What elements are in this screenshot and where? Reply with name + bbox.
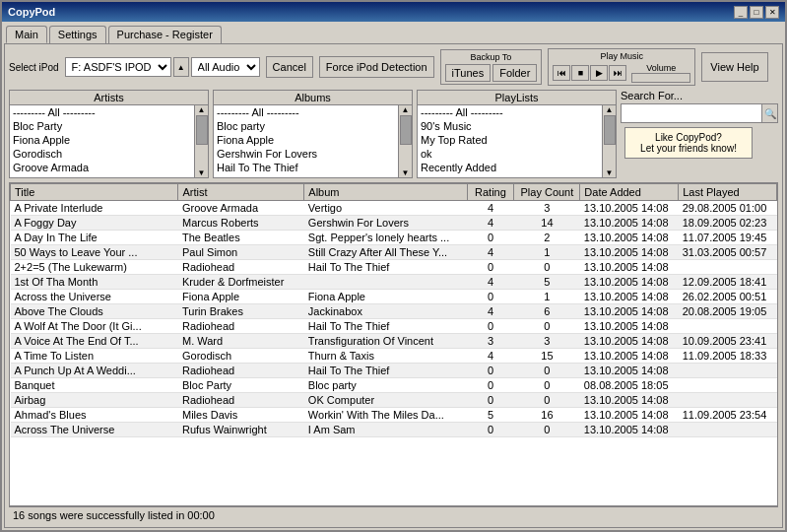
view-help-button[interactable]: View Help [701,52,767,82]
table-row[interactable]: A Time To ListenGorodischThurn & Taxis41… [11,349,777,364]
tab-purchase[interactable]: Purchase - Register [108,26,222,43]
cell-dateadded: 13.10.2005 14:08 [580,423,679,437]
ipod-up-button[interactable]: ▲ [173,57,189,77]
search-input[interactable] [622,106,761,120]
table-row[interactable]: Above The CloudsTurin BrakesJackinabox46… [11,304,777,319]
table-row[interactable]: Across the UniverseFiona AppleFiona Appl… [11,290,777,304]
cell-title: Airbag [11,393,178,408]
list-item[interactable]: I Am Sam [214,174,398,177]
table-row[interactable]: A Private InterludeGroove ArmadaVertigo4… [11,201,777,216]
cell-playcount: 3 [514,201,580,216]
col-header-playcount[interactable]: Play Count [514,184,580,201]
tab-settings[interactable]: Settings [49,26,106,43]
playlists-scrollbar[interactable]: ▲ ▼ [602,105,616,177]
artists-scroll-up[interactable]: ▲ [198,105,206,114]
cell-playcount: 15 [514,349,580,364]
albums-scroll-down[interactable]: ▼ [402,168,410,177]
close-button[interactable]: ✕ [765,6,779,19]
cell-dateadded: 13.10.2005 14:08 [580,290,679,304]
tab-main[interactable]: Main [6,26,47,43]
albums-scroll-thumb[interactable] [400,115,412,145]
prev-button[interactable]: ⏮ [553,65,570,81]
table-row[interactable]: Across The UniverseRufus WainwrightI Am … [11,423,777,437]
cell-artist: The Beatles [178,231,304,245]
volume-slider[interactable] [631,73,690,83]
cell-lastplayed [679,364,777,378]
albums-scrollbar[interactable]: ▲ ▼ [398,105,412,177]
list-item[interactable]: ok [418,147,602,161]
list-item[interactable]: Fiona Apple [10,133,194,147]
playlists-list[interactable]: --------- All ---------90's MusicMy Top … [418,105,602,177]
list-item[interactable]: Bloc party [214,119,398,133]
table-row[interactable]: A Wolf At The Door (It Gi...RadioheadHai… [11,319,777,334]
table-row[interactable]: BanquetBloc PartyBloc party0008.08.2005 … [11,378,777,393]
list-item[interactable]: --------- All --------- [418,105,602,119]
list-item[interactable]: --------- All --------- [10,105,194,119]
cell-dateadded: 13.10.2005 14:08 [580,364,679,378]
artists-scrollbar[interactable]: ▲ ▼ [194,105,208,177]
list-item[interactable]: My Top Rated [418,133,602,147]
list-item[interactable]: Recently Added [418,161,602,174]
table-row[interactable]: A Punch Up At A Weddi...RadioheadHail To… [11,364,777,378]
cell-playcount: 1 [514,245,580,260]
list-item[interactable]: Gershwin For Lovers [214,147,398,161]
search-button[interactable]: 🔍 [761,104,777,122]
list-item[interactable]: Recently Added [418,174,602,177]
table-row[interactable]: 1st Of Tha MonthKruder & Dorfmeister4513… [11,275,777,290]
playlists-scroll-down[interactable]: ▼ [606,168,614,177]
cell-playcount: 6 [514,304,580,319]
table-row[interactable]: 50 Ways to Leave Your ...Paul SimonStill… [11,245,777,260]
table-row[interactable]: AirbagRadioheadOK Computer0013.10.2005 1… [11,393,777,408]
cell-playcount: 3 [514,334,580,349]
cell-title: A Voice At The End Of T... [11,334,178,349]
artists-scroll-down[interactable]: ▼ [198,168,206,177]
col-header-album[interactable]: Album [304,184,467,201]
table-row[interactable]: A Foggy DayMarcus RobertsGershwin For Lo… [11,216,777,231]
force-detection-button[interactable]: Force iPod Detection [319,56,434,78]
folder-button[interactable]: Folder [492,64,537,82]
artists-list[interactable]: --------- All ---------Bloc PartyFiona A… [10,105,194,177]
albums-scroll-up[interactable]: ▲ [402,105,410,114]
list-item[interactable]: Groove Armada [10,161,194,174]
list-item[interactable]: --------- All --------- [214,105,398,119]
playlists-scroll-up[interactable]: ▲ [606,105,614,114]
list-item[interactable]: Fiona Apple [214,133,398,147]
play-button[interactable]: ▶ [590,65,608,81]
table-row[interactable]: A Day In The LifeThe BeatlesSgt. Pepper'… [11,231,777,245]
tracks-table-container[interactable]: Title Artist Album Rating Play Count Dat… [9,182,778,506]
audio-filter-dropdown[interactable]: All Audio [191,57,260,77]
artists-scroll-thumb[interactable] [196,115,208,145]
list-item[interactable]: Kruder & Dorfmeister [10,174,194,177]
cell-playcount: 0 [514,423,580,437]
table-row[interactable]: A Voice At The End Of T...M. WardTransfi… [11,334,777,349]
col-header-dateadded[interactable]: Date Added [580,184,679,201]
col-header-lastplayed[interactable]: Last Played [679,184,777,201]
select-ipod-label: Select iPod [9,62,59,73]
next-button[interactable]: ⏭ [609,65,626,81]
playlists-scroll-thumb[interactable] [604,115,616,145]
cell-artist: Gorodisch [178,349,304,364]
itunes-button[interactable]: iTunes [445,64,492,82]
col-header-rating[interactable]: Rating [467,184,514,201]
cell-dateadded: 13.10.2005 14:08 [580,408,679,423]
maximize-button[interactable]: □ [750,6,763,19]
list-item[interactable]: Gorodisch [10,147,194,161]
cancel-button[interactable]: Cancel [266,56,313,78]
cell-artist: Marcus Roberts [178,216,304,231]
artists-header: Artists [10,91,208,105]
list-item[interactable]: Hail To The Thief [214,161,398,174]
cell-artist: Bloc Party [178,378,304,393]
cell-artist: Rufus Wainwright [178,423,304,437]
ipod-selector: F: ASDF'S IPOD ▲ All Audio [65,57,260,77]
table-row[interactable]: 2+2=5 (The Lukewarm)RadioheadHail To The… [11,260,777,275]
table-row[interactable]: Ahmad's BluesMiles DavisWorkin' With The… [11,408,777,423]
list-item[interactable]: Bloc Party [10,119,194,133]
col-header-title[interactable]: Title [11,184,178,201]
tracks-table: Title Artist Album Rating Play Count Dat… [10,183,777,437]
ipod-dropdown[interactable]: F: ASDF'S IPOD [65,57,171,77]
albums-list[interactable]: --------- All ---------Bloc partyFiona A… [214,105,398,177]
col-header-artist[interactable]: Artist [178,184,304,201]
list-item[interactable]: 90's Music [418,119,602,133]
minimize-button[interactable]: _ [734,6,748,19]
stop-button[interactable]: ■ [571,65,589,81]
